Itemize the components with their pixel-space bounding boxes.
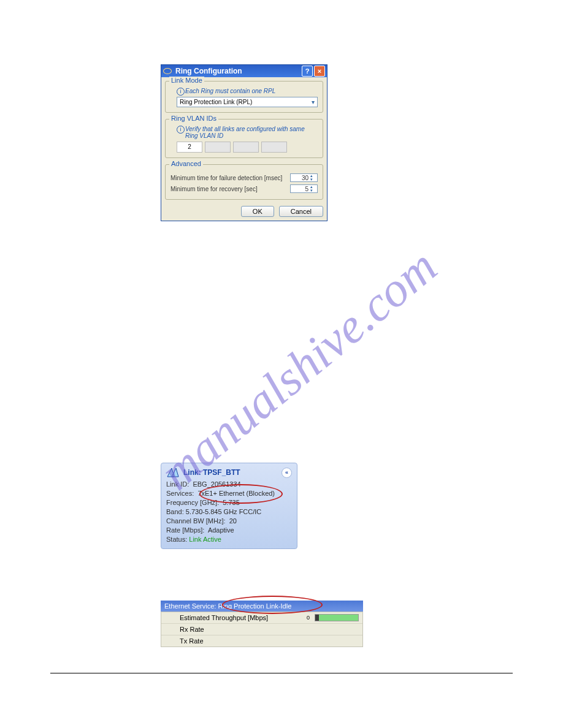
vlan-field-1[interactable]: 2 — [177, 142, 202, 153]
advanced-group: Advanced Minimum time for failure detect… — [165, 164, 323, 200]
tx-rate-label: Tx Rate — [180, 637, 204, 645]
recovery-spinner[interactable]: 5 — [290, 184, 318, 193]
app-icon — [163, 68, 172, 74]
card-title: Link: TPSF_BTT — [183, 468, 282, 477]
cancel-button[interactable]: Cancel — [279, 206, 323, 217]
recovery-value: 5 — [291, 186, 310, 192]
combo-value: Ring Protection Link (RPL) — [180, 99, 312, 105]
advanced-legend: Advanced — [169, 160, 203, 167]
spinner-buttons[interactable] — [310, 174, 316, 181]
card-header: Link: TPSF_BTT « — [166, 467, 292, 478]
link-mode-combo[interactable]: Ring Protection Link (RPL) — [177, 97, 318, 107]
dialog-titlebar[interactable]: Ring Configuration ? × — [161, 65, 327, 77]
link-icon — [166, 467, 180, 478]
vlan-field-3 — [233, 142, 259, 153]
band-label: Band: — [166, 508, 184, 515]
bw-value: 20 — [229, 517, 237, 525]
ethernet-service-panel: Ethernet Service: Ring Protection Link-I… — [161, 601, 363, 647]
failure-detect-spinner[interactable]: 30 — [290, 173, 318, 182]
services-label: Services: — [166, 490, 194, 497]
rate-label: Rate [Mbps]: — [166, 526, 204, 534]
rx-rate-label: Rx Rate — [180, 626, 204, 633]
watermark: manualshive.com — [150, 238, 448, 501]
ring-vlan-legend: Ring VLAN IDs — [169, 115, 218, 122]
link-info-card: Link: TPSF_BTT « Link ID: EBG_20561334 S… — [161, 463, 297, 549]
throughput-bar — [315, 614, 359, 621]
status-value: Link Active — [189, 536, 221, 543]
callout-oval-service — [222, 596, 323, 614]
status-label: Status: — [166, 536, 187, 543]
dialog-title: Ring Configuration — [175, 67, 301, 75]
recovery-label: Minimum time for recovery [sec] — [170, 186, 290, 192]
divider — [50, 673, 513, 673]
failure-detect-label: Minimum time for failure detection [msec… — [170, 175, 290, 181]
vlan-field-2 — [205, 142, 231, 153]
bw-label: Channel BW [MHz]: — [166, 517, 226, 525]
ring-vlan-group: Ring VLAN IDs Verify that all links are … — [165, 119, 323, 158]
link-mode-group: Link Mode Each Ring must contain one RPL… — [165, 81, 323, 113]
ok-button[interactable]: OK — [241, 206, 274, 217]
collapse-icon[interactable]: « — [282, 468, 292, 478]
band-value: 5.730-5.845 GHz FCC/IC — [186, 508, 262, 515]
close-icon[interactable]: × — [314, 66, 325, 77]
callout-oval-services — [199, 484, 283, 504]
spinner-buttons[interactable] — [310, 185, 316, 192]
ring-vlan-hint: Verify that all links are configured wit… — [177, 126, 318, 139]
throughput-label: Estimated Throughput [Mbps] — [180, 614, 302, 621]
throughput-value: 0 — [307, 615, 310, 621]
help-icon[interactable]: ? — [302, 66, 313, 77]
ring-config-dialog: Ring Configuration ? × Link Mode Each Ri… — [161, 64, 327, 221]
linkid-label: Link ID: — [166, 480, 189, 488]
rate-value: Adaptive — [208, 526, 234, 534]
vlan-field-4 — [261, 142, 287, 153]
link-mode-legend: Link Mode — [169, 77, 204, 84]
link-mode-hint: Each Ring must contain one RPL — [177, 88, 318, 94]
failure-detect-value: 30 — [291, 175, 310, 181]
